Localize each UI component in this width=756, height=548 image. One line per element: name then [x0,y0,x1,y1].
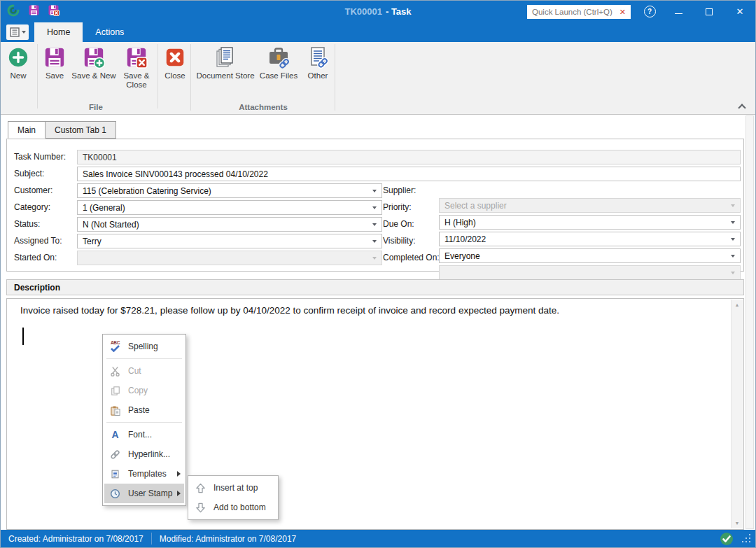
save-icon [43,45,66,70]
resize-grip[interactable] [742,534,751,543]
titlebar: TK00001 - Task Quick Launch (Ctrl+Q) ✕ ?… [1,1,755,22]
help-icon: ? [644,6,656,17]
supplier-label: Supplier: [383,183,416,198]
app-menu-button[interactable] [6,24,29,40]
quick-launch-clear-icon[interactable]: ✕ [620,8,626,17]
chevron-down-icon [731,272,735,274]
chevron-down-icon [22,31,26,34]
valid-check-icon [720,532,734,546]
customer-dropdown[interactable]: 115 (Celebration Catering Service) [77,183,382,198]
cut-icon [107,366,123,377]
maximize-icon [706,8,713,15]
close-icon: ✕ [736,6,744,17]
ribbon: New Save [1,42,755,115]
visibility-label: Visibility: [383,234,415,248]
started-on-date-picker[interactable] [77,251,382,265]
scroll-up-icon[interactable]: ▲ [732,302,743,307]
category-dropdown[interactable]: 1 (General) [77,200,382,215]
scroll-down-icon[interactable]: ▼ [732,521,743,526]
help-button[interactable]: ? [636,1,663,22]
task-window: TK00001 - Task Quick Launch (Ctrl+Q) ✕ ?… [0,0,756,548]
menu-item-copy[interactable]: Copy [104,381,184,400]
chevron-down-icon [372,206,377,209]
save-and-close-button[interactable]: Save & Close [118,45,155,90]
list-menu-icon [10,27,20,37]
tab-main[interactable]: Main [8,121,46,139]
menu-item-insert-at-top[interactable]: Insert at top [190,478,276,498]
menu-item-hyperlink[interactable]: Hyperlink... [104,444,184,464]
started-on-label: Started On: [14,251,57,265]
arrow-down-outline-icon [192,503,209,513]
assigned-to-dropdown[interactable]: Terry [77,234,382,248]
ribbon-tab-home[interactable]: Home [34,22,83,42]
divider [335,44,335,111]
user-stamp-submenu: Insert at top Add to bottom [188,475,279,520]
context-menu: ABC Spelling Cut [102,334,186,506]
save-new-icon [83,45,105,70]
group-label-file: File [1,103,191,111]
text-cursor [22,328,24,345]
divider [106,358,182,359]
document-store-button[interactable]: Document Store [195,45,255,80]
tab-custom-tab-1[interactable]: Custom Tab 1 [45,121,116,139]
minimize-button[interactable] [663,1,694,22]
other-attachments-button[interactable]: Other [303,45,332,80]
ribbon-collapse-button[interactable] [738,103,746,108]
task-number-field[interactable]: TK00001 [77,150,741,164]
window-title-suffix: - Task [386,6,412,17]
templates-icon [107,469,123,479]
menu-item-font[interactable]: A Font... [104,425,184,444]
app-logo-icon [6,3,20,20]
close-button[interactable]: Close [160,45,190,80]
spelling-icon: ABC [107,341,123,352]
modified-status: Modified: Administrator on 7/08/2017 [152,534,304,544]
close-task-icon [164,45,186,70]
new-button[interactable]: New [2,45,34,80]
minimize-icon [675,13,682,14]
maximize-button[interactable] [694,1,724,22]
submenu-arrow-icon [177,491,181,496]
new-icon [7,45,29,70]
close-window-button[interactable]: ✕ [724,1,755,22]
menu-item-add-to-bottom[interactable]: Add to bottom [190,498,276,517]
menu-item-spelling[interactable]: ABC Spelling [104,337,184,356]
case-files-icon [267,45,290,70]
group-label-attachments: Attachments [191,103,335,111]
status-dropdown[interactable]: N (Not Started) [77,217,382,232]
case-files-button[interactable]: Case Files [257,45,300,80]
ribbon-tab-bar: Home Actions [1,22,755,42]
chevron-down-icon [372,223,377,226]
save-and-new-button[interactable]: Save & New [71,45,117,80]
created-status: Created: Administrator on 7/08/2017 [1,534,151,544]
menu-item-cut[interactable]: Cut [104,361,184,381]
save-close-icon [125,45,148,70]
quick-launch-input[interactable]: Quick Launch (Ctrl+Q) ✕ [527,5,631,19]
completed-on-date-picker[interactable] [439,265,741,280]
window-title-task-id: TK00001 [344,6,382,17]
priority-label: Priority: [383,200,412,215]
save-button[interactable]: Save [40,45,69,80]
ribbon-group-attachments: Document Store Ca [191,42,335,114]
assigned-to-label: Assigned To: [14,234,62,248]
paste-icon [107,405,123,416]
copy-icon [107,386,123,396]
qat-save-close-button[interactable] [48,4,59,19]
subject-field[interactable]: Sales Invoice SINV000143 processed 04/10… [77,167,741,181]
menu-item-templates[interactable]: Templates [104,464,184,484]
customer-label: Customer: [14,183,52,198]
submenu-arrow-icon [177,471,181,477]
quick-launch-placeholder: Quick Launch (Ctrl+Q) [532,8,612,16]
ribbon-group-file: New Save [1,42,191,114]
description-scrollbar[interactable]: ▲ ▼ [731,300,743,528]
menu-item-paste[interactable]: Paste [104,400,184,420]
divider [37,44,38,108]
other-attachment-icon [306,45,330,70]
quick-access-toolbar [6,1,59,22]
ribbon-tab-actions[interactable]: Actions [83,22,136,42]
task-number-label: Task Number: [14,150,66,164]
due-on-label: Due On: [383,217,414,232]
qat-save-button[interactable] [28,4,40,19]
form-scrollbar[interactable] [746,115,754,529]
menu-item-user-stamp[interactable]: User Stamp [104,484,184,503]
subject-label: Subject: [14,167,44,181]
